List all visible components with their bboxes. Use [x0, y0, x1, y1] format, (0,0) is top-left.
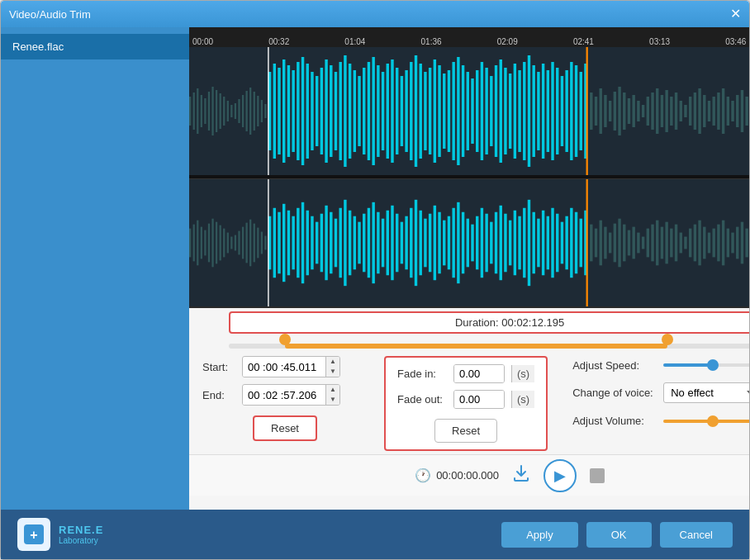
svg-rect-213 — [504, 214, 506, 273]
start-input-group[interactable]: ▲ ▼ — [242, 356, 340, 377]
svg-rect-22 — [273, 64, 276, 159]
voice-select[interactable]: No effect Male Female Child — [663, 382, 749, 403]
svg-rect-61 — [457, 57, 459, 165]
fade-in-input-group[interactable] — [453, 364, 505, 383]
end-input[interactable] — [243, 386, 325, 405]
svg-rect-215 — [514, 211, 516, 275]
svg-rect-208 — [481, 208, 483, 278]
svg-rect-120 — [736, 95, 738, 127]
svg-rect-178 — [339, 208, 341, 278]
svg-rect-52 — [415, 55, 417, 167]
svg-rect-5 — [208, 92, 210, 131]
svg-rect-108 — [680, 101, 682, 121]
svg-rect-246 — [661, 227, 663, 259]
svg-rect-119 — [731, 101, 733, 121]
svg-rect-117 — [722, 88, 724, 134]
start-down-btn[interactable]: ▼ — [326, 367, 339, 377]
trim-slider[interactable] — [229, 337, 749, 346]
svg-rect-82 — [556, 68, 558, 154]
reset-right-button[interactable]: Reset — [434, 419, 497, 443]
export-button[interactable] — [512, 464, 530, 486]
fade-out-row: Fade out: (s) — [397, 390, 534, 409]
logo-icon: + — [17, 518, 50, 551]
playback-time: 00:00:00.000 — [436, 469, 499, 482]
svg-rect-70 — [500, 59, 502, 163]
svg-rect-194 — [415, 200, 417, 286]
volume-slider[interactable] — [663, 420, 749, 423]
svg-rect-38 — [349, 64, 351, 159]
svg-rect-251 — [684, 237, 686, 249]
apply-button[interactable]: Apply — [501, 522, 578, 548]
svg-rect-32 — [320, 68, 323, 154]
reset-left-button[interactable]: Reset — [253, 415, 317, 441]
svg-rect-211 — [495, 212, 497, 274]
svg-rect-190 — [396, 214, 398, 273]
svg-rect-152 — [227, 233, 229, 254]
svg-rect-156 — [242, 227, 244, 259]
end-up-btn[interactable]: ▲ — [326, 385, 339, 395]
playback-bar: 🕐 00:00:00.000 ▶ — [189, 454, 749, 496]
svg-rect-144 — [197, 221, 198, 266]
play-button[interactable]: ▶ — [544, 459, 577, 492]
svg-rect-25 — [287, 65, 290, 157]
svg-rect-101 — [647, 97, 649, 126]
svg-rect-51 — [410, 62, 412, 160]
svg-rect-43 — [372, 57, 374, 165]
svg-rect-24 — [282, 59, 285, 163]
svg-rect-164 — [273, 208, 276, 278]
svg-rect-11 — [230, 105, 232, 117]
fade-out-input-group[interactable] — [453, 390, 505, 409]
svg-rect-217 — [523, 208, 525, 278]
svg-rect-169 — [297, 208, 299, 278]
svg-rect-97 — [628, 98, 630, 124]
cancel-button[interactable]: Cancel — [660, 522, 733, 548]
left-controls: Start: ▲ ▼ End: — [202, 356, 368, 441]
main-window: Video/Audio Trim ✕ Renee.flac 00:00 00:3… — [0, 0, 750, 560]
svg-rect-29 — [306, 64, 309, 159]
svg-rect-23 — [278, 68, 280, 154]
svg-rect-30 — [311, 72, 313, 150]
end-down-btn[interactable]: ▼ — [326, 395, 339, 405]
svg-rect-210 — [490, 222, 492, 264]
svg-rect-180 — [349, 211, 351, 275]
svg-rect-231 — [590, 225, 592, 262]
svg-rect-197 — [429, 214, 431, 273]
svg-rect-60 — [452, 62, 454, 160]
svg-rect-75 — [523, 62, 525, 160]
end-label: End: — [202, 389, 235, 401]
end-input-group[interactable]: ▲ ▼ — [242, 384, 340, 406]
svg-rect-235 — [609, 233, 611, 254]
sidebar-item-file[interactable]: Renee.flac — [1, 34, 189, 59]
fade-out-input[interactable] — [454, 391, 504, 408]
svg-rect-110 — [689, 97, 691, 126]
svg-rect-34 — [330, 65, 332, 157]
trim-handle-right[interactable] — [662, 334, 673, 345]
start-input[interactable] — [243, 358, 325, 377]
ok-button[interactable]: OK — [586, 522, 652, 548]
svg-rect-232 — [595, 229, 597, 258]
svg-rect-184 — [368, 208, 370, 278]
svg-rect-96 — [623, 93, 625, 130]
start-up-btn[interactable]: ▲ — [326, 357, 339, 367]
fade-in-input[interactable] — [454, 365, 504, 382]
svg-rect-91 — [600, 88, 602, 134]
speed-slider[interactable] — [663, 363, 749, 367]
svg-rect-105 — [665, 90, 667, 132]
sidebar: Renee.flac — [1, 27, 189, 510]
footer-logo: + RENE.E Laboratory — [17, 518, 103, 551]
timeline: 00:00 00:32 01:04 01:36 02:09 02:41 03:1… — [189, 27, 749, 47]
trim-handle-left[interactable] — [279, 334, 291, 345]
svg-rect-216 — [518, 216, 520, 270]
close-button[interactable]: ✕ — [730, 7, 741, 21]
svg-rect-262 — [736, 227, 738, 259]
footer-buttons: Apply OK Cancel — [501, 522, 733, 548]
svg-rect-62 — [462, 65, 464, 157]
svg-rect-142 — [189, 229, 191, 258]
fade-out-unit: (s) — [511, 391, 534, 408]
stop-button[interactable] — [590, 468, 605, 483]
svg-rect-7 — [216, 90, 217, 132]
svg-rect-114 — [708, 101, 710, 121]
timeline-marker-7: 03:46 — [725, 37, 746, 46]
svg-rect-48 — [396, 68, 398, 154]
duration-bar-area: Duration: 00:02:12.195 — [189, 308, 749, 349]
